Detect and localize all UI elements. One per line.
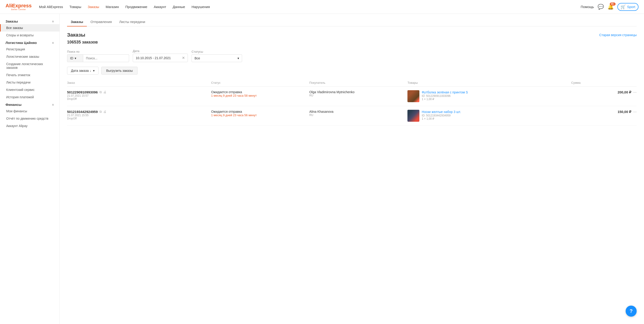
store-selector[interactable]: 🛒 Sport: [617, 3, 638, 11]
product-id-1: ID: 5012193442934959: [422, 114, 571, 117]
order-buyer-0: Olga Vladimirovna Mytnichenko RU: [309, 90, 408, 97]
store-icon: 🛒: [620, 4, 626, 10]
search-input[interactable]: [83, 54, 129, 62]
amount-value-1: 150,00 ₽: [618, 110, 631, 114]
order-date-0: 21.07.2021 15:57: [67, 94, 211, 97]
sort-button[interactable]: Дата заказа ↓ ▾: [67, 67, 98, 75]
order-more-icon-0[interactable]: ···: [633, 90, 637, 95]
status-select[interactable]: Все ▾: [192, 54, 242, 62]
nav-item-аккаунт[interactable]: Аккаунт: [154, 5, 166, 9]
orders-count: 106535 заказов: [67, 40, 637, 45]
buyer-country-0: RU: [309, 94, 408, 97]
search-type-value: ID: [70, 56, 73, 60]
main-nav: Мой AliExpressТоварыЗаказыМагазинПродвиж…: [39, 5, 580, 9]
order-amount-1: 150,00 ₽ ···: [571, 110, 637, 115]
buyer-country-1: RU: [309, 113, 408, 117]
product-name-0[interactable]: Футболка зелёная с принтом S: [422, 90, 571, 94]
page-title: Заказы: [67, 32, 85, 38]
order-buyer-1: Alina Khasanova RU: [309, 110, 408, 117]
table-row: 5012290910993096 ⧉ 🖨 21.07.2021 15:57 Dr…: [67, 87, 637, 106]
tab-отправления[interactable]: Отправления: [87, 18, 116, 27]
sidebar-item--[interactable]: История платежей: [0, 93, 60, 101]
product-qty-1: 1 × 1,00 ₽: [422, 117, 571, 120]
export-button[interactable]: Выгрузить заказы: [101, 67, 138, 75]
logo[interactable]: AliExpress Seller Center: [6, 3, 32, 11]
nav-item-продвижение[interactable]: Продвижение: [126, 5, 148, 9]
filters-section: Поиск по ID ▾ Дата 10.10.2015 - 21.07.20…: [67, 49, 637, 62]
order-status-label-0: Ожидается отправка: [211, 90, 309, 94]
sidebar-item--[interactable]: Печать этикеток: [0, 71, 60, 79]
search-label: Поиск по: [67, 50, 129, 53]
search-row: ID ▾: [67, 54, 129, 62]
table-header: ЗаказСтатусПокупательТоварыСумма: [67, 79, 637, 87]
order-amount-0: 200,00 ₽ ···: [571, 90, 637, 95]
sidebar-item--[interactable]: Листы передачи: [0, 79, 60, 86]
sidebar-section-логистика-цайняо[interactable]: Логистика Цайняо∧: [0, 39, 60, 46]
nav-item-заказы[interactable]: Заказы: [88, 5, 99, 9]
help-link[interactable]: Помощь: [580, 5, 594, 9]
tab-заказы[interactable]: Заказы: [67, 18, 87, 27]
chevron-icon: ∧: [52, 103, 54, 106]
table-row: 5012193442924959 ⧉ 🖨 21.07.2021 15:55 Dr…: [67, 106, 637, 126]
order-status-0: Ожидается отправка 1 месяц 9 дней 23 час…: [211, 90, 309, 97]
product-image-1: [408, 110, 420, 122]
page-layout: Заказы∧Все заказыСпоры и возвратыЛогисти…: [0, 14, 644, 324]
nav-item-магазин[interactable]: Магазин: [106, 5, 119, 9]
date-range-picker[interactable]: 10.10.2015 - 21.07.2021 ✕: [133, 54, 188, 62]
product-name-1[interactable]: Носки желтые набор 3 шт.: [422, 110, 571, 114]
store-name: Sport: [627, 5, 635, 9]
search-filter: Поиск по ID ▾: [67, 50, 129, 62]
order-id-0[interactable]: 5012290910993096: [67, 90, 98, 94]
order-status-time-0: 1 месяц 9 дней 23 часа 58 минут: [211, 94, 309, 97]
sidebar-item--alipay[interactable]: Аккаунт Alipay: [0, 122, 60, 129]
main-content: ЗаказыОтправленияЛисты передачи Заказы С…: [60, 14, 644, 324]
sidebar-item--[interactable]: Логистические заказы: [0, 53, 60, 60]
sort-export-bar: Дата заказа ↓ ▾ Выгрузить заказы: [67, 67, 637, 75]
nav-item-нарушения[interactable]: Нарушения: [192, 5, 210, 9]
sidebar-section-финансы[interactable]: Финансы∧: [0, 101, 60, 107]
order-date-1: 21.07.2021 15:55: [67, 114, 211, 117]
sidebar-item---[interactable]: Споры и возвраты: [0, 32, 60, 39]
sidebar-item-[interactable]: Регистрация: [0, 46, 60, 53]
order-status-1: Ожидается отправка 1 месяц 9 дней 23 час…: [211, 110, 309, 117]
copy-icon[interactable]: ⧉: [100, 90, 102, 94]
order-status-time-1: 1 месяц 9 дней 23 часа 56 минут: [211, 113, 309, 117]
product-details-0: Футболка зелёная с принтом S ID: 5012290…: [422, 90, 571, 101]
nav-item-данные[interactable]: Данные: [173, 5, 185, 9]
sidebar-item--[interactable]: Все заказы: [0, 24, 60, 32]
order-id-1[interactable]: 5012193442924959: [67, 110, 98, 114]
print-icon[interactable]: 🖨: [103, 90, 106, 94]
chat-icon[interactable]: 💬: [598, 4, 604, 10]
nav-item-мой-aliexpress[interactable]: Мой AliExpress: [39, 5, 63, 9]
sidebar-item--[interactable]: Мои финансы: [0, 107, 60, 115]
order-type-0: DropOff: [67, 97, 211, 101]
old-version-link[interactable]: Старая версия страницы: [599, 33, 637, 37]
sidebar-item----[interactable]: Отчёт по движению средств: [0, 115, 60, 122]
sidebar-item--[interactable]: Клиентский сервис: [0, 86, 60, 93]
date-value: 10.10.2015 - 21.07.2021: [136, 56, 171, 60]
nav-item-товары[interactable]: Товары: [69, 5, 81, 9]
header: AliExpress Seller Center Мой AliExpressТ…: [0, 0, 644, 14]
print-icon[interactable]: 🖨: [103, 110, 106, 114]
sidebar-section-заказы[interactable]: Заказы∧: [0, 18, 60, 24]
search-type-select[interactable]: ID ▾: [67, 54, 83, 62]
search-type-chevron: ▾: [75, 56, 76, 60]
product-info-1: Носки желтые набор 3 шт. ID: 50121934429…: [408, 110, 571, 122]
tabs-bar: ЗаказыОтправленияЛисты передачи: [67, 14, 637, 27]
tab-листы-передачи[interactable]: Листы передачи: [116, 18, 149, 27]
sidebar: Заказы∧Все заказыСпоры и возвратыЛогисти…: [0, 14, 60, 324]
date-label: Дата: [133, 49, 188, 53]
copy-icon[interactable]: ⧉: [100, 110, 102, 114]
help-button[interactable]: ?: [626, 305, 637, 317]
logo-text: AliExpress: [6, 3, 32, 8]
sidebar-item---[interactable]: Создание логистических заказов: [0, 60, 60, 71]
date-clear-icon[interactable]: ✕: [182, 56, 185, 60]
order-status-label-1: Ожидается отправка: [211, 110, 309, 113]
notification-bell[interactable]: 🔔 99+: [608, 4, 614, 10]
product-details-1: Носки желтые набор 3 шт. ID: 50121934429…: [422, 110, 571, 120]
order-info-0: 5012290910993096 ⧉ 🖨 21.07.2021 15:57 Dr…: [67, 90, 211, 101]
status-chevron: ▾: [238, 56, 239, 60]
order-more-icon-1[interactable]: ···: [633, 110, 637, 115]
col-header-сумма: Сумма: [571, 81, 637, 84]
product-id-0: ID: 5012290911003096: [422, 94, 571, 98]
